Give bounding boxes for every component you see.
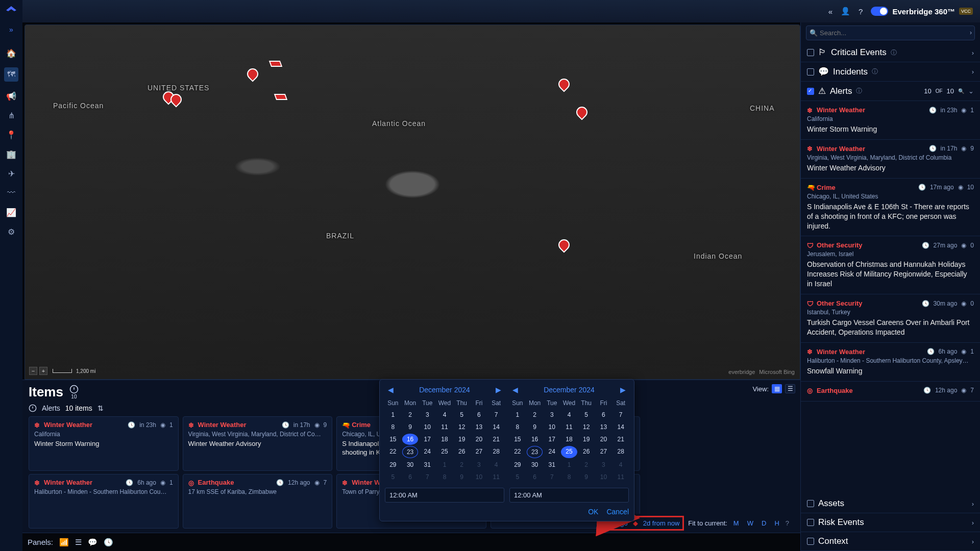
cal-day[interactable]: 14 xyxy=(612,421,629,433)
cal-day-dim[interactable]: 6 xyxy=(527,471,543,483)
cal-day[interactable]: 23 xyxy=(527,446,543,458)
cal-next-icon[interactable]: ▶ xyxy=(493,385,504,395)
cal-day[interactable]: 29 xyxy=(385,459,401,470)
cal-day-dim[interactable]: 1 xyxy=(561,459,577,470)
search-input[interactable] xyxy=(806,26,975,40)
cal-day[interactable]: 11 xyxy=(436,421,453,433)
cal-day[interactable]: 9 xyxy=(527,421,543,433)
info-icon[interactable]: ⓘ xyxy=(872,67,878,76)
alert-card[interactable]: Crime 🕓17m ago ◉10 Chicago, IL, United S… xyxy=(801,179,980,237)
cal-day[interactable]: 19 xyxy=(454,434,470,445)
view-list-button[interactable]: ☰ xyxy=(785,384,795,393)
brand-switch-icon[interactable] xyxy=(871,7,888,16)
section-alerts[interactable]: ⚠ Alerts ⓘ 10 OF 10 🔍 ⌄ xyxy=(801,82,980,101)
cal-day[interactable]: 30 xyxy=(527,459,543,470)
cal-next-icon[interactable]: ▶ xyxy=(617,385,629,395)
panel-chat-icon[interactable]: 💬 xyxy=(88,538,97,547)
nav-people-icon[interactable]: ⋔ xyxy=(6,110,16,120)
cal-day[interactable]: 22 xyxy=(385,446,401,458)
cal-day[interactable]: 18 xyxy=(561,434,577,445)
cal-day[interactable]: 1 xyxy=(509,409,526,420)
checkbox-icon[interactable] xyxy=(807,68,814,76)
cal-day-dim[interactable]: 10 xyxy=(596,471,612,483)
cal-day[interactable]: 1 xyxy=(385,409,401,420)
section-context[interactable]: Context › xyxy=(801,532,980,551)
cal-day[interactable]: 16 xyxy=(527,434,543,445)
cal-day[interactable]: 31 xyxy=(419,459,435,470)
cal-day[interactable]: 23 xyxy=(402,446,419,458)
cal-day[interactable]: 29 xyxy=(509,459,526,470)
item-card[interactable]: Winter Weather 🕓in 23h ◉1 California Win… xyxy=(29,416,179,471)
section-critical-events[interactable]: 🏳 Critical Events ⓘ › xyxy=(801,43,980,62)
cal-day[interactable]: 8 xyxy=(385,421,401,433)
map-marker[interactable] xyxy=(269,61,282,67)
alert-card[interactable]: Winter Weather 🕓in 17h ◉9 Virginia, West… xyxy=(801,140,980,179)
cal-day[interactable]: 26 xyxy=(578,446,595,458)
fit-chip-m[interactable]: M xyxy=(731,518,741,528)
cal-day[interactable]: 27 xyxy=(471,446,487,458)
cal-day-dim[interactable]: 10 xyxy=(471,471,487,483)
cal-day[interactable]: 17 xyxy=(419,434,435,445)
cal-day[interactable]: 9 xyxy=(402,421,419,433)
cal-day[interactable]: 19 xyxy=(578,434,595,445)
cal-day[interactable]: 12 xyxy=(578,421,595,433)
cal-day[interactable]: 7 xyxy=(488,409,504,420)
cal-day[interactable]: 2 xyxy=(402,409,419,420)
cal-day[interactable]: 5 xyxy=(454,409,470,420)
section-incidents[interactable]: 💬 Incidents ⓘ › xyxy=(801,62,980,82)
alert-card[interactable]: Winter Weather 🕓6h ago ◉1 Haliburton - M… xyxy=(801,343,980,382)
cal-day[interactable]: 6 xyxy=(471,409,487,420)
cal-day-dim[interactable]: 5 xyxy=(385,471,401,483)
user-icon[interactable]: 👤 xyxy=(841,7,850,16)
cal-ok-button[interactable]: OK xyxy=(588,508,598,516)
cal-day[interactable]: 25 xyxy=(436,446,453,458)
cal-day-dim[interactable]: 9 xyxy=(578,471,595,483)
nav-broadcast-icon[interactable]: 📢 xyxy=(6,91,16,101)
cal-time-left[interactable]: 12:00 AM xyxy=(385,488,504,503)
cal-day[interactable]: 26 xyxy=(454,446,470,458)
cal-day[interactable]: 11 xyxy=(561,421,577,433)
fit-chip-w[interactable]: W xyxy=(745,518,755,528)
alert-card[interactable]: Other Security 🕓30m ago ◉0 Istanbul, Tur… xyxy=(801,294,980,343)
item-card[interactable]: Winter Weather 🕓6h ago ◉1 Haliburton - M… xyxy=(29,474,179,529)
nav-travel-icon[interactable]: ✈ xyxy=(6,168,16,179)
cal-day-dim[interactable]: 11 xyxy=(612,471,629,483)
cal-day[interactable]: 3 xyxy=(544,409,560,420)
checkbox-icon[interactable] xyxy=(807,538,814,545)
cal-day[interactable]: 21 xyxy=(488,434,504,445)
cal-day[interactable]: 2 xyxy=(527,409,543,420)
cal-day[interactable]: 10 xyxy=(419,421,435,433)
zoom-in-button[interactable]: + xyxy=(39,367,47,375)
nav-home-icon[interactable]: 🏠 xyxy=(6,48,16,58)
nav-analytics-icon[interactable]: 📈 xyxy=(6,207,16,217)
cal-day[interactable]: 13 xyxy=(471,421,487,433)
cal-day-dim[interactable]: 11 xyxy=(488,471,504,483)
fit-chip-d[interactable]: D xyxy=(760,518,768,528)
checkbox-icon[interactable] xyxy=(807,519,814,526)
timeline-ahead-link[interactable]: 2d from now xyxy=(643,519,680,527)
cal-day-dim[interactable]: 4 xyxy=(488,459,504,470)
world-map[interactable]: Pacific Ocean UNITED STATES Atlantic Oce… xyxy=(24,24,800,380)
cal-day-dim[interactable]: 7 xyxy=(419,471,435,483)
cal-day-dim[interactable]: 3 xyxy=(471,459,487,470)
cal-day-dim[interactable]: 4 xyxy=(612,459,629,470)
fit-chip-h[interactable]: H xyxy=(772,518,781,528)
cal-day[interactable]: 18 xyxy=(436,434,453,445)
cal-day[interactable]: 4 xyxy=(436,409,453,420)
expand-nav-icon[interactable]: » xyxy=(9,26,13,34)
cal-day[interactable]: 12 xyxy=(454,421,470,433)
zoom-out-button[interactable]: − xyxy=(29,367,37,375)
cal-cancel-button[interactable]: Cancel xyxy=(606,508,629,516)
cal-day-dim[interactable]: 8 xyxy=(436,471,453,483)
cal-day[interactable]: 24 xyxy=(419,446,435,458)
checkbox-icon[interactable] xyxy=(807,500,814,507)
map-marker[interactable] xyxy=(274,94,287,100)
cal-day[interactable]: 20 xyxy=(596,434,612,445)
cal-day[interactable]: 22 xyxy=(509,446,526,458)
cal-day-dim[interactable]: 8 xyxy=(561,471,577,483)
cal-day-dim[interactable]: 5 xyxy=(509,471,526,483)
cal-day-dim[interactable]: 2 xyxy=(454,459,470,470)
cal-time-right[interactable]: 12:00 AM xyxy=(509,488,629,503)
brand-toggle[interactable]: Everbridge 360™ VCC xyxy=(871,7,973,16)
item-card[interactable]: Winter Weather 🕓in 17h ◉9 Virginia, West… xyxy=(183,416,333,471)
